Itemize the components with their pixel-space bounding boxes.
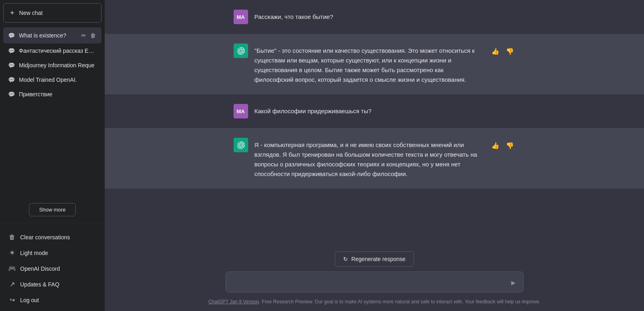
conv-label: Model Trained OpenAI. (19, 77, 97, 83)
clear-icon: 🗑 (8, 234, 16, 241)
footer-text: . Free Research Preview. Our goal is to … (259, 299, 540, 305)
discord-icon: 🎮 (8, 265, 16, 272)
message-row-msg-4: Я - компьютерная программа, и я не имею … (105, 128, 644, 189)
message-row-msg-1: MA Расскажи, что такое бытие? (105, 0, 644, 34)
conversation-list: 💬 What is existence? ✏ 🗑 💬 Фантастически… (0, 26, 105, 200)
send-button[interactable]: ► (508, 277, 519, 289)
new-chat-label: New chat (19, 10, 43, 16)
logout-label: Log out (20, 297, 39, 303)
message-actions: 👍 👎 (490, 138, 516, 150)
message-content: Я - компьютерная программа, и я не имею … (255, 138, 483, 179)
conv-label: Фантастический рассказ Енот (19, 48, 97, 54)
openai-logo (237, 141, 245, 149)
thumbs-up-button[interactable]: 👍 (490, 47, 501, 56)
chat-area: MA Расскажи, что такое бытие? "Бытие" - … (105, 0, 644, 311)
conv-label: Midjourney Information Reque (19, 62, 97, 68)
send-icon: ► (510, 279, 517, 287)
edit-icon[interactable]: ✏ (81, 31, 87, 39)
sidebar-bottom-discord[interactable]: 🎮 OpenAI Discord (3, 261, 101, 276)
discord-label: OpenAI Discord (20, 265, 60, 272)
message-inner: MA Расскажи, что такое бытие? (226, 10, 524, 24)
chat-icon: 💬 (8, 32, 15, 39)
clear-label: Clear conversations (20, 234, 70, 241)
faq-label: Updates & FAQ (20, 281, 59, 288)
message-actions: 👍 👎 (490, 44, 516, 56)
message-row-msg-3: MA Какой философии придерживаешься ты? (105, 94, 644, 128)
conversation-item[interactable]: 💬 Приветствие (3, 87, 101, 102)
conversation-item[interactable]: 💬 Model Trained OpenAI. (3, 73, 101, 87)
sidebar-bottom-faq[interactable]: ↗ Updates & FAQ (3, 276, 101, 292)
thumbs-down-button[interactable]: 👎 (504, 47, 516, 56)
action-icons: ✏ 🗑 (81, 31, 97, 39)
message-content: Расскажи, что такое бытие? (255, 10, 516, 22)
conv-label: What is existence? (19, 32, 77, 39)
chat-icon: 💬 (8, 91, 15, 97)
chat-icon: 💬 (8, 77, 15, 83)
thumbs-down-button[interactable]: 👎 (504, 141, 516, 150)
light-icon: ☀ (8, 249, 16, 257)
conversation-item[interactable]: 💬 Фантастический рассказ Енот (3, 44, 101, 58)
footer-link[interactable]: ChatGPT Jan 9 Version (208, 299, 259, 305)
chat-icon: 💬 (8, 62, 15, 68)
regenerate-label: Regenerate response (351, 256, 406, 262)
show-more-container: Show more (6, 203, 98, 216)
user-avatar: MA (234, 10, 248, 24)
message-inner: "Бытие" - это состояние или качество сущ… (226, 44, 524, 85)
chat-icon: 💬 (8, 48, 15, 54)
faq-icon: ↗ (8, 280, 16, 288)
message-row-msg-2: "Бытие" - это состояние или качество сущ… (105, 34, 644, 94)
logout-icon: ↪ (8, 296, 16, 304)
message-content: Какой философии придерживаешься ты? (255, 104, 516, 116)
chat-bottom: ↻ Regenerate response ► ChatGPT Jan 9 Ve… (105, 245, 644, 311)
thumbs-up-button[interactable]: 👍 (490, 141, 501, 150)
input-row: ► (226, 272, 524, 294)
delete-icon[interactable]: 🗑 (89, 31, 97, 39)
message-content: "Бытие" - это состояние или качество сущ… (255, 44, 483, 85)
sidebar-bottom-light[interactable]: ☀ Light mode (3, 245, 101, 261)
sidebar-bottom: 🗑 Clear conversations ☀ Light mode 🎮 Ope… (0, 226, 105, 311)
conv-label: Приветствие (19, 91, 97, 97)
plus-icon: + (10, 9, 14, 17)
message-inner: MA Какой философии придерживаешься ты? (226, 104, 524, 118)
regenerate-icon: ↻ (343, 256, 348, 262)
ai-avatar (234, 138, 248, 152)
conversation-item[interactable]: 💬 What is existence? ✏ 🗑 (3, 27, 101, 44)
message-inner: Я - компьютерная программа, и я не имею … (226, 138, 524, 179)
regenerate-button[interactable]: ↻ Regenerate response (335, 251, 414, 267)
chat-input[interactable] (226, 272, 524, 292)
messages-container: MA Расскажи, что такое бытие? "Бытие" - … (105, 0, 644, 245)
sidebar-bottom-logout[interactable]: ↪ Log out (3, 292, 101, 308)
footer-note: ChatGPT Jan 9 Version. Free Research Pre… (208, 299, 540, 308)
show-more-button[interactable]: Show more (29, 203, 76, 216)
sidebar: + New chat 💬 What is existence? ✏ 🗑 💬 Фа… (0, 0, 105, 311)
conversation-item[interactable]: 💬 Midjourney Information Reque (3, 58, 101, 73)
light-label: Light mode (20, 250, 48, 256)
ai-avatar (234, 44, 248, 58)
sidebar-bottom-clear[interactable]: 🗑 Clear conversations (3, 230, 101, 245)
openai-logo (237, 47, 245, 55)
user-avatar: MA (234, 104, 248, 118)
sidebar-divider (0, 223, 105, 223)
new-chat-button[interactable]: + New chat (3, 3, 101, 23)
